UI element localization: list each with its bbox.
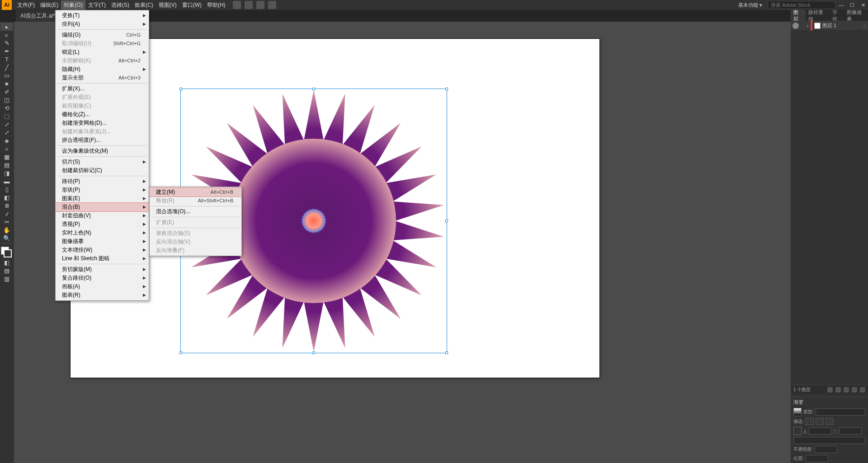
menu-item[interactable]: 创建裁切标记(C) [56,166,149,175]
disclosure-icon[interactable]: › [807,23,809,28]
menu-2[interactable]: 对象(O) [61,0,85,10]
menu-3[interactable]: 文字(T) [85,0,108,10]
menu-5[interactable]: 效果(C) [132,0,156,10]
menu-6[interactable]: 视图(V) [156,0,179,10]
tool-22[interactable]: Ⅲ [0,201,13,210]
tool-8[interactable]: ✐ [0,88,13,96]
tool-13[interactable]: ⤢ [0,128,13,136]
tool-10[interactable]: ⟲ [0,104,13,112]
menu-item[interactable]: 图案(E)▶ [56,194,149,203]
menu-item[interactable]: 封套扭曲(V)▶ [56,211,149,220]
menu-7[interactable]: 窗口(W) [179,0,204,10]
close-button[interactable]: ✕ [860,2,866,8]
menu-8[interactable]: 帮助(H) [204,0,228,10]
menu-item[interactable]: 建立(M)Alt+Ctrl+B [150,188,241,196]
tool-26[interactable]: 🔍 [0,234,13,242]
search-input[interactable] [768,1,835,9]
make-clip-icon[interactable] [835,387,841,393]
tool-12[interactable]: ⤢ [0,120,13,128]
gradient-swap[interactable] [793,427,802,435]
menu-1[interactable]: 编辑(E) [38,0,61,10]
menu-item[interactable]: 形状(P)▶ [56,186,149,194]
tool-18[interactable]: ◨ [0,169,13,177]
menu-item[interactable]: 文本绕排(W)▶ [56,246,149,254]
menu-item[interactable]: 画板(A)▶ [56,282,149,291]
menu-item[interactable]: 设为像素级优化(M) [56,147,149,155]
tool-0[interactable]: ▸ [0,23,13,31]
new-layer-icon[interactable] [852,387,857,393]
layer-name[interactable]: 图层 1 [822,22,836,29]
menu-0[interactable]: 文件(F) [14,0,38,10]
menu-item[interactable]: 隐藏(H)▶ [56,65,149,74]
menu-item[interactable]: 创建渐变网格(D)... [56,119,149,127]
tool-6[interactable]: ▭ [0,71,13,80]
tool-25[interactable]: ✋ [0,226,13,234]
gradient-ratio-input[interactable] [839,427,862,435]
bridge-icon[interactable] [233,1,241,9]
menu-item[interactable]: 编组(G)Ctrl+G [56,31,149,39]
color-mode[interactable]: ◧ [0,258,13,267]
menu-item[interactable]: 锁定(L)▶ [56,48,149,56]
tool-11[interactable]: ⬚ [0,112,13,120]
delete-layer-icon[interactable] [860,387,865,393]
tool-20[interactable]: ▯ [0,185,13,193]
menu-item[interactable]: 显示全部Alt+Ctrl+3 [56,74,149,82]
menu-item[interactable]: 路径(P)▶ [56,177,149,186]
stroke-mode-2[interactable] [816,418,824,425]
menu-item[interactable]: 排列(A)▶ [56,20,149,28]
menu-item[interactable]: 混合选项(O)... [150,207,241,216]
maximize-button[interactable]: ☐ [849,2,855,8]
tool-1[interactable]: ▹ [0,31,13,39]
menu-item[interactable]: Line 和 Sketch 图稿▶ [56,254,149,263]
color-mode[interactable]: ▤ [0,267,13,275]
menu-item[interactable]: 变换(T)▶ [56,11,149,20]
menu-item[interactable]: 剪切蒙版(M)▶ [56,265,149,274]
color-mode[interactable]: ▥ [0,275,13,283]
menu-item[interactable]: 切片(S)▶ [56,158,149,166]
arrange-icon[interactable] [256,1,264,9]
menu-item[interactable]: 混合(B)▶ [56,203,149,211]
menu-item[interactable]: 图像描摹▶ [56,237,149,246]
gradient-swatch[interactable] [793,408,802,416]
gpu-icon[interactable] [268,1,276,9]
tool-4[interactable]: T [0,55,13,63]
position-input[interactable] [806,455,828,462]
stroke-mode-1[interactable] [806,418,814,425]
fill-stroke-control[interactable] [0,246,13,258]
workspace-switcher[interactable]: 基本功能 ▾ [736,1,765,9]
locate-layer-icon[interactable] [827,387,833,393]
gradient-type-select[interactable] [816,408,865,416]
tool-5[interactable]: ╱ [0,63,13,71]
tool-7[interactable]: ★ [0,80,13,88]
new-sublayer-icon[interactable] [844,387,849,393]
menu-item[interactable]: 扩展(X)... [56,84,149,93]
tool-21[interactable]: ◧ [0,193,13,201]
menu-item[interactable]: 实时上色(N)▶ [56,229,149,237]
visibility-icon[interactable] [793,23,799,29]
tool-24[interactable]: ✂ [0,218,13,226]
gradient-slider[interactable] [793,437,865,444]
menu-item[interactable]: 栅格化(Z)... [56,110,149,119]
tool-14[interactable]: ◈ [0,136,13,145]
menu-item: 反向混合轴(V) [150,238,241,246]
menu-item[interactable]: 透视(P)▶ [56,220,149,229]
tool-3[interactable]: ✒ [0,47,13,55]
menu-4[interactable]: 选择(S) [108,0,132,10]
tool-23[interactable]: ⫽ [0,210,13,218]
menu-item[interactable]: 复合路径(O)▶ [56,274,149,282]
tool-17[interactable]: ▤ [0,161,13,169]
tool-9[interactable]: ◫ [0,96,13,104]
tool-2[interactable]: ✎ [0,39,13,47]
menu-item[interactable]: 拼合透明度(F)... [56,136,149,145]
opacity-input[interactable] [815,446,837,453]
layer-row[interactable]: › 图层 1 ○ [791,21,868,31]
tool-15[interactable]: ⟐ [0,145,13,153]
stroke-mode-3[interactable] [826,418,834,425]
menu-item: 取消编组(U)Shift+Ctrl+G [56,39,149,48]
stock-icon[interactable] [245,1,253,9]
gradient-angle-input[interactable] [809,427,831,435]
tool-16[interactable]: ▦ [0,153,13,161]
menu-item[interactable]: 图表(R)▶ [56,291,149,299]
tool-19[interactable]: ▬ [0,177,13,185]
minimize-button[interactable]: — [838,2,844,8]
